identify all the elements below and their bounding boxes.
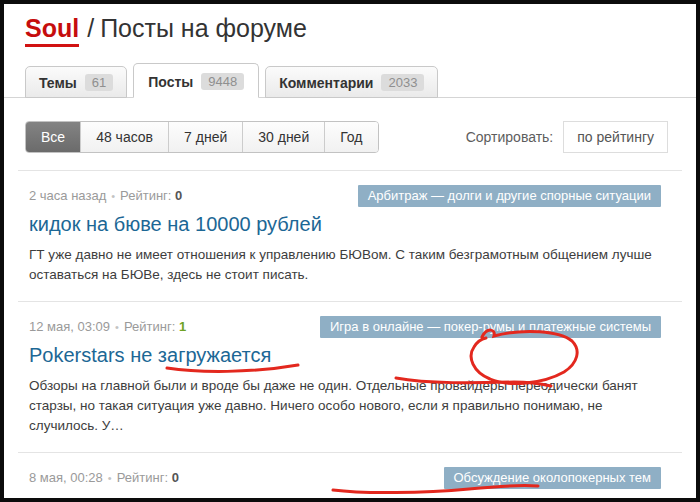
meta-bullet: • [111, 190, 115, 202]
tab-posts-label: Посты [148, 74, 193, 90]
filter-year[interactable]: Год [324, 122, 377, 152]
post-time: 12 мая, 03:09 [29, 319, 110, 334]
sort-select[interactable]: по рейтингу [563, 121, 668, 153]
category-badge[interactable]: Игра в онлайне — покер-румы и платежные … [320, 316, 661, 338]
category-badge[interactable]: Обсуждение околопокерных тем [444, 467, 662, 489]
filter-sort-row: Все 48 часов 7 дней 30 дней Год Сортиров… [25, 121, 668, 153]
post-meta: 12 мая, 03:09•Рейтинг: 1 [29, 316, 186, 334]
rating-label: Рейтинг: [117, 470, 168, 485]
filter-48h[interactable]: 48 часов [80, 122, 168, 152]
post-item: 2 часа назад•Рейтинг: 0 Арбитраж — долги… [18, 170, 682, 301]
tab-comments[interactable]: Комментарии 2033 [265, 66, 438, 98]
rating-value: 0 [172, 470, 179, 485]
post-header: 2 часа назад•Рейтинг: 0 Арбитраж — долги… [29, 185, 666, 207]
post-body: ГТ уже давно не имеет отношения к управл… [29, 245, 666, 285]
post-title-link[interactable]: кидок на бюве на 10000 рублей [29, 213, 322, 236]
sort-label: Сортировать: [466, 129, 554, 145]
rating-value: 1 [179, 319, 186, 334]
tab-topics-count: 61 [85, 74, 113, 91]
tab-topics-label: Темы [39, 75, 77, 91]
forum-profile-page: Soul/Посты на форуме Темы 61 Посты 9448 … [0, 0, 700, 502]
breadcrumb-section: Посты на форуме [100, 14, 307, 42]
post-list: 2 часа назад•Рейтинг: 0 Арбитраж — долги… [18, 170, 682, 502]
filter-30d[interactable]: 30 дней [242, 122, 324, 152]
post-body: Обзоры на главной были и вроде бы даже н… [29, 376, 666, 436]
tab-posts-count: 9448 [201, 73, 244, 90]
page-title: Soul/Посты на форуме [25, 14, 696, 47]
rating-label: Рейтинг: [120, 188, 171, 203]
period-filter: Все 48 часов 7 дней 30 дней Год [25, 121, 379, 153]
tab-topics[interactable]: Темы 61 [25, 66, 127, 98]
post-time: 8 мая, 00:28 [29, 470, 103, 485]
post-time: 2 часа назад [29, 188, 106, 203]
tab-posts[interactable]: Посты 9448 [133, 63, 259, 98]
tab-comments-count: 2033 [381, 74, 424, 91]
username-link[interactable]: Soul [25, 14, 79, 47]
post-title-link[interactable]: Комментарии к колодцу Феруэлла [29, 495, 347, 502]
category-badge[interactable]: Арбитраж — долги и другие спорные ситуац… [358, 185, 661, 207]
meta-bullet: • [115, 321, 119, 333]
breadcrumb-separator: / [87, 14, 94, 42]
post-item: 12 мая, 03:09•Рейтинг: 1 Игра в онлайне … [18, 301, 682, 452]
rating-label: Рейтинг: [124, 319, 175, 334]
post-header: 8 мая, 00:28•Рейтинг: 0 Обсуждение около… [29, 467, 666, 489]
meta-bullet: • [108, 472, 112, 484]
post-meta: 2 часа назад•Рейтинг: 0 [29, 185, 182, 203]
sort-control: Сортировать: по рейтингу [466, 121, 668, 153]
tab-bar: Темы 61 Посты 9448 Комментарии 2033 [4, 63, 696, 98]
tab-comments-label: Комментарии [279, 75, 373, 91]
rating-value: 0 [175, 188, 182, 203]
post-meta: 8 мая, 00:28•Рейтинг: 0 [29, 467, 179, 485]
post-header: 12 мая, 03:09•Рейтинг: 1 Игра в онлайне … [29, 316, 666, 338]
filter-7d[interactable]: 7 дней [168, 122, 242, 152]
post-item: 8 мая, 00:28•Рейтинг: 0 Обсуждение около… [18, 452, 682, 502]
filter-all[interactable]: Все [26, 122, 80, 152]
post-title-link[interactable]: Pokerstars не загружается [29, 344, 271, 367]
